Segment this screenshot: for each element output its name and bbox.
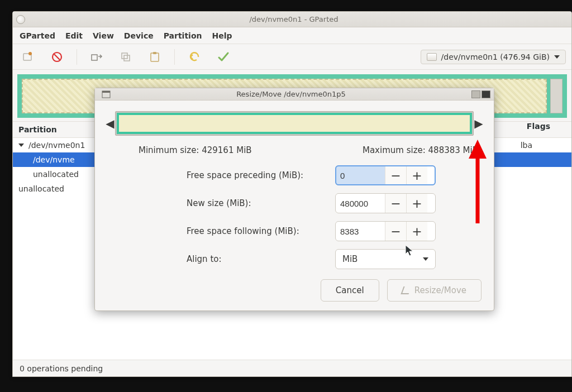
device-selector[interactable]: /dev/nvme0n1 (476.94 GiB)	[421, 50, 566, 64]
desktop: /dev/nvme0n1 - GParted GParted Edit View…	[0, 0, 572, 392]
cancel-label: Cancel	[336, 285, 364, 295]
free-following-spinner[interactable]: − +	[335, 221, 436, 241]
resize-move-button[interactable]	[87, 47, 106, 66]
partition-name: /dev/nvme	[33, 155, 75, 164]
minimize-button[interactable]	[471, 90, 480, 98]
stepper-up[interactable]: +	[406, 166, 427, 185]
resize-handle-right[interactable]: ▶	[474, 111, 484, 136]
dialog-title: Resize/Move /dev/nvme0n1p5	[114, 90, 468, 98]
svg-rect-4	[92, 55, 97, 60]
partition-graphic-unallocated[interactable]	[550, 79, 563, 113]
resize-handle-left[interactable]: ◀	[105, 111, 115, 136]
menu-edit[interactable]: Edit	[65, 31, 83, 40]
stepper-up[interactable]: +	[406, 194, 427, 213]
partition-name: unallocated	[33, 170, 79, 179]
main-window-title: /dev/nvme0n1 - GParted	[28, 15, 559, 23]
new-partition-button[interactable]	[18, 47, 37, 66]
resize-visual: ◀ ▶	[105, 108, 484, 138]
align-to-value: MiB	[342, 254, 358, 264]
free-preceding-spinner[interactable]: − +	[335, 165, 436, 185]
svg-line-3	[54, 54, 60, 60]
menubar: GParted Edit View Device Partition Help	[13, 27, 571, 44]
dialog-body: ◀ ▶ Minimum size: 429161 MiB Maximum siz…	[95, 101, 494, 310]
window-icon	[102, 90, 111, 98]
undo-button[interactable]	[185, 47, 204, 66]
align-to-combobox[interactable]: MiB	[335, 249, 436, 269]
dialog-actions: Cancel Resize/Move	[105, 269, 484, 304]
free-preceding-label: Free space preceding (MiB):	[153, 170, 326, 180]
svg-rect-6	[124, 55, 130, 61]
size-hints: Minimum size: 429161 MiB Maximum size: 4…	[105, 138, 484, 165]
new-size-input[interactable]	[336, 194, 385, 213]
column-flags: Flags	[527, 122, 550, 131]
copy-button[interactable]	[116, 47, 135, 66]
toolbar-separator	[77, 49, 77, 65]
column-partition: Partition	[18, 125, 57, 134]
menu-view[interactable]: View	[93, 31, 114, 40]
device-selector-label: /dev/nvme0n1 (476.94 GiB)	[441, 52, 550, 61]
chevron-down-icon	[554, 55, 560, 59]
resize-move-submit-button[interactable]: Resize/Move	[387, 279, 482, 302]
disk-icon	[427, 53, 437, 61]
status-text: 0 operations pending	[20, 364, 103, 373]
max-size-label: Maximum size: 488383 MiB	[363, 145, 478, 155]
cancel-button[interactable]: Cancel	[321, 279, 379, 302]
menu-partition[interactable]: Partition	[164, 31, 202, 40]
stepper-up[interactable]: +	[406, 222, 427, 241]
new-size-label: New size (MiB):	[153, 198, 326, 208]
app-icon	[16, 15, 25, 24]
svg-rect-10	[102, 91, 110, 93]
dialog-titlebar[interactable]: Resize/Move /dev/nvme0n1p5	[95, 88, 494, 101]
delete-partition-button[interactable]	[47, 47, 66, 66]
partition-name: unallocated	[18, 184, 64, 193]
stepper-down[interactable]: −	[385, 222, 406, 241]
paste-button[interactable]	[145, 47, 164, 66]
stepper-down[interactable]: −	[385, 166, 406, 185]
menu-gparted[interactable]: GParted	[20, 31, 55, 40]
toolbar-separator-2	[174, 49, 175, 65]
statusbar: 0 operations pending	[13, 360, 571, 376]
svg-rect-8	[153, 52, 156, 54]
maximize-button[interactable]	[482, 90, 490, 98]
resize-move-label: Resize/Move	[414, 285, 466, 295]
free-following-input[interactable]	[336, 222, 385, 241]
free-preceding-input[interactable]	[336, 166, 385, 185]
partition-name: /dev/nvme0n1	[28, 141, 85, 150]
resize-form: Free space preceding (MiB): − + New size…	[105, 165, 484, 269]
main-titlebar[interactable]: /dev/nvme0n1 - GParted	[13, 12, 571, 27]
toolbar: /dev/nvme0n1 (476.94 GiB)	[13, 44, 571, 70]
svg-rect-5	[122, 53, 127, 59]
svg-rect-7	[151, 53, 159, 61]
align-to-label: Align to:	[153, 254, 326, 264]
resize-bar-used[interactable]	[117, 113, 472, 134]
expander-icon[interactable]	[18, 144, 24, 147]
flags-value: lba	[521, 141, 532, 150]
chevron-down-icon	[423, 257, 428, 261]
apply-button[interactable]	[214, 47, 233, 66]
menu-help[interactable]: Help	[212, 31, 232, 40]
min-size-label: Minimum size: 429161 MiB	[139, 145, 252, 155]
menu-device[interactable]: Device	[124, 31, 154, 40]
svg-point-1	[28, 52, 32, 55]
free-following-label: Free space following (MiB):	[153, 226, 326, 236]
resize-bar[interactable]	[115, 111, 474, 136]
resize-move-icon	[401, 286, 411, 294]
new-size-spinner[interactable]: − +	[335, 193, 436, 213]
resize-move-dialog: Resize/Move /dev/nvme0n1p5 ◀ ▶ Minimum s…	[94, 88, 494, 311]
stepper-down[interactable]: −	[385, 194, 406, 213]
